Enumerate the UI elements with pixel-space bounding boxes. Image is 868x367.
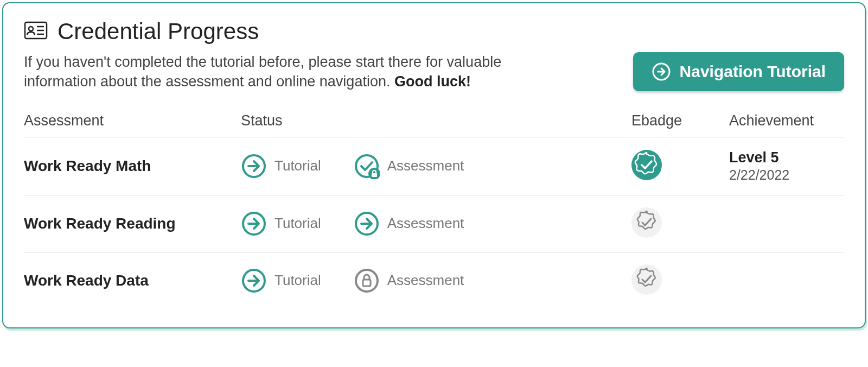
- id-card-icon: [24, 21, 48, 42]
- navigation-tutorial-label: Navigation Tutorial: [680, 62, 826, 81]
- col-header-status: Status: [241, 108, 631, 137]
- page-title: Credential Progress: [58, 18, 259, 45]
- achievement-date: 2/22/2022: [729, 167, 844, 183]
- arrow-circle-right-icon: [241, 268, 267, 294]
- tutorial-link[interactable]: Tutorial: [241, 268, 321, 294]
- tutorial-label: Tutorial: [275, 157, 321, 174]
- assessment-label: Assessment: [387, 272, 464, 289]
- assessment-name: Work Ready Math: [24, 157, 241, 175]
- tutorial-label: Tutorial: [275, 215, 321, 232]
- arrow-circle-right-icon: [354, 211, 380, 237]
- arrow-circle-right-icon: [652, 62, 671, 81]
- tutorial-link[interactable]: Tutorial: [241, 211, 321, 237]
- col-header-ebadge: Ebadge: [631, 108, 729, 137]
- intro-text-bold: Good luck!: [394, 73, 471, 90]
- table-row: Work Ready ReadingTutorialAssessment: [24, 195, 844, 252]
- arrow-circle-right-icon: [241, 211, 267, 237]
- tutorial-label: Tutorial: [275, 272, 321, 289]
- col-header-achievement: Achievement: [729, 108, 844, 137]
- assessment-table: Assessment Status Ebadge Achievement Wor…: [24, 108, 844, 309]
- assessment-link[interactable]: Assessment: [354, 211, 464, 237]
- navigation-tutorial-button[interactable]: Navigation Tutorial: [633, 52, 844, 91]
- intro-text: If you haven't completed the tutorial be…: [24, 52, 539, 92]
- assessment-name: Work Ready Reading: [24, 215, 241, 232]
- assessment-link: Assessment: [354, 153, 464, 179]
- ebadge-earned-icon[interactable]: [631, 173, 662, 182]
- arrow-circle-right-icon: [241, 153, 267, 179]
- col-header-assessment: Assessment: [24, 108, 241, 137]
- assessment-label: Assessment: [387, 215, 464, 232]
- check-locked-icon: [354, 153, 380, 179]
- credential-progress-card: Credential Progress If you haven't compl…: [2, 2, 866, 328]
- card-header: Credential Progress: [24, 18, 844, 45]
- assessment-name: Work Ready Data: [24, 272, 241, 289]
- status-cell: TutorialAssessment: [241, 153, 631, 179]
- status-cell: TutorialAssessment: [241, 211, 631, 237]
- table-row: Work Ready MathTutorialAssessmentLevel 5…: [24, 137, 844, 195]
- status-cell: TutorialAssessment: [241, 268, 631, 294]
- assessment-label: Assessment: [387, 157, 464, 174]
- tutorial-link[interactable]: Tutorial: [241, 153, 321, 179]
- intro-row: If you haven't completed the tutorial be…: [24, 52, 844, 92]
- lock-icon: [354, 268, 380, 294]
- table-row: Work Ready DataTutorialAssessment: [24, 252, 844, 309]
- achievement-level: Level 5: [729, 149, 844, 166]
- ebadge-pending-icon[interactable]: [631, 287, 662, 296]
- ebadge-pending-icon[interactable]: [631, 230, 662, 239]
- svg-point-1: [29, 27, 33, 31]
- assessment-link: Assessment: [354, 268, 464, 294]
